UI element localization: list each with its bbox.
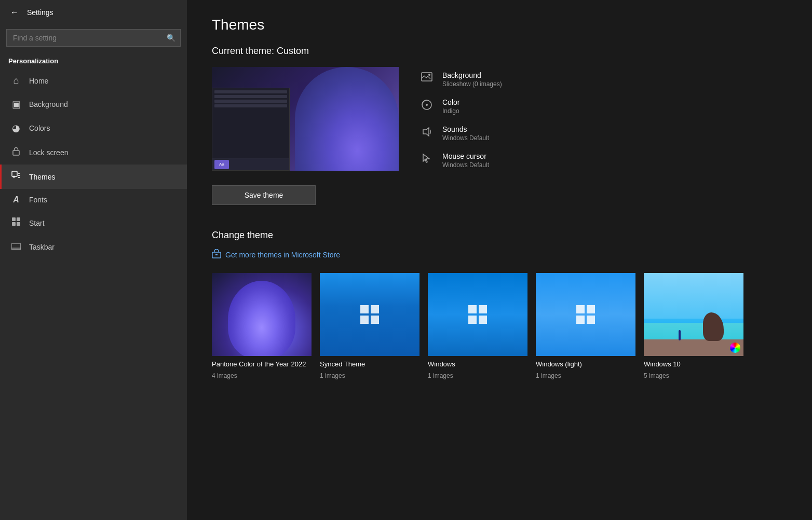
theme-prop-value: Slideshow (0 images) (442, 80, 502, 88)
theme-thumbnail-windows (428, 273, 527, 356)
svg-point-9 (428, 74, 430, 76)
ms-store-link[interactable]: Get more themes in Microsoft Store (212, 249, 787, 261)
lock-icon (10, 146, 22, 158)
win-logo-synced (360, 305, 379, 324)
win-logo-cell (479, 305, 487, 313)
sidebar-item-label: Lock screen (29, 148, 68, 157)
preview-row (214, 90, 287, 93)
theme-thumbnail-pantone (212, 273, 312, 356)
preview-taskbar-bar: Aa (212, 158, 289, 170)
home-icon: ⌂ (10, 75, 22, 86)
theme-card-name-synced: Synced Theme (320, 360, 419, 368)
svg-rect-7 (11, 248, 21, 250)
theme-prop-value: Indigo (442, 107, 459, 115)
preview-flower (295, 67, 399, 171)
theme-prop-background[interactable]: Background Slideshow (0 images) (419, 71, 787, 88)
fonts-icon: A (10, 195, 22, 204)
ms-store-link-label: Get more themes in Microsoft Store (225, 251, 340, 259)
theme-prop-text: Sounds Windows Default (442, 125, 489, 142)
beach-sky (644, 273, 743, 319)
win-logo-cell (576, 316, 585, 324)
theme-card-windows-light[interactable]: Windows (light) 1 images (536, 273, 635, 379)
svg-rect-14 (215, 254, 218, 255)
svg-marker-12 (423, 128, 429, 136)
win-logo-cell (360, 316, 369, 324)
theme-thumbnail-windows-light (536, 273, 635, 356)
main-content: Themes Current theme: Custom Aa (187, 0, 812, 520)
themes-grid: Pantone Color of the Year 2022 4 images … (212, 273, 787, 379)
svg-rect-3 (17, 217, 20, 221)
preview-rows (212, 88, 289, 158)
sidebar-item-label: Background (29, 100, 68, 108)
win-logo-cell (576, 305, 585, 313)
preview-row (214, 100, 287, 103)
theme-prop-text: Color Indigo (442, 98, 459, 115)
theme-prop-value: Windows Default (442, 161, 489, 169)
background-icon: ▣ (10, 99, 22, 110)
win-logo-windows (468, 305, 487, 324)
taskbar-icon (10, 241, 22, 252)
beach-person (679, 330, 681, 340)
sidebar-item-themes[interactable]: Themes (0, 165, 187, 189)
sounds-prop-icon (419, 126, 434, 140)
theme-card-count-windows: 1 images (428, 372, 527, 379)
color-prop-icon (419, 99, 434, 113)
sidebar-item-start[interactable]: Start (0, 211, 187, 235)
theme-thumbnail-windows10 (644, 273, 743, 356)
svg-rect-5 (17, 222, 20, 226)
theme-prop-color[interactable]: Color Indigo (419, 98, 787, 115)
theme-card-name-windows10: Windows 10 (644, 360, 743, 368)
theme-prop-name: Mouse cursor (442, 152, 489, 160)
change-theme-title: Change theme (212, 230, 787, 241)
theme-card-name-pantone: Pantone Color of the Year 2022 (212, 360, 312, 368)
sidebar-item-background[interactable]: ▣ Background (0, 92, 187, 116)
sidebar-section-label: Personalization (0, 55, 187, 69)
preview-window-btn: Aa (214, 160, 229, 169)
theme-card-pantone[interactable]: Pantone Color of the Year 2022 4 images (212, 273, 312, 379)
change-theme-section: Change theme Get more themes in Microsof… (212, 230, 787, 379)
color-wheel-icon (730, 343, 740, 353)
theme-card-windows10[interactable]: Windows 10 5 images (644, 273, 743, 379)
theme-prop-text: Background Slideshow (0 images) (442, 71, 502, 88)
preview-row (214, 95, 287, 98)
svg-rect-1 (12, 171, 17, 176)
search-input[interactable] (6, 29, 181, 47)
theme-card-synced[interactable]: Synced Theme 1 images (320, 273, 419, 379)
sidebar: ← Settings 🔍 Personalization ⌂ Home ▣ Ba… (0, 0, 187, 520)
back-button[interactable]: ← (8, 6, 21, 19)
current-theme-area: Aa Background Slideshow (0 images) (212, 67, 787, 171)
theme-prop-value: Windows Default (442, 134, 489, 142)
sidebar-item-lock-screen[interactable]: Lock screen (0, 140, 187, 165)
sidebar-item-home[interactable]: ⌂ Home (0, 69, 187, 92)
win-logo-cell (371, 305, 379, 313)
sidebar-item-colors[interactable]: ◕ Colors (0, 116, 187, 140)
titlebar: ← Settings (0, 0, 187, 25)
pantone-flower (228, 281, 295, 356)
beach-sand (644, 339, 743, 356)
win-logo-cell (468, 305, 477, 313)
theme-prop-sounds[interactable]: Sounds Windows Default (419, 125, 787, 142)
sidebar-item-fonts[interactable]: A Fonts (0, 189, 187, 211)
win-logo-cell (360, 305, 369, 313)
theme-card-name-windows: Windows (428, 360, 527, 368)
sidebar-item-label: Taskbar (29, 243, 55, 251)
window-title: Settings (27, 8, 53, 17)
colors-icon: ◕ (10, 122, 22, 134)
theme-card-name-windows-light: Windows (light) (536, 360, 635, 368)
background-prop-icon (419, 72, 434, 84)
theme-prop-mouse-cursor[interactable]: Mouse cursor Windows Default (419, 152, 787, 169)
theme-preview-bg: Aa (212, 67, 399, 171)
sidebar-nav: ⌂ Home ▣ Background ◕ Colors Lock screen (0, 69, 187, 258)
cursor-prop-icon (419, 153, 434, 167)
sidebar-item-taskbar[interactable]: Taskbar (0, 235, 187, 258)
save-theme-button[interactable]: Save theme (212, 185, 316, 205)
page-title: Themes (212, 17, 787, 33)
theme-prop-text: Mouse cursor Windows Default (442, 152, 489, 169)
theme-preview: Aa (212, 67, 399, 171)
theme-card-windows[interactable]: Windows 1 images (428, 273, 527, 379)
theme-info: Background Slideshow (0 images) Color In… (419, 67, 787, 169)
win-logo-cell (371, 316, 379, 324)
svg-rect-2 (12, 217, 16, 221)
preview-row (214, 104, 287, 107)
search-box: 🔍 (6, 29, 181, 47)
